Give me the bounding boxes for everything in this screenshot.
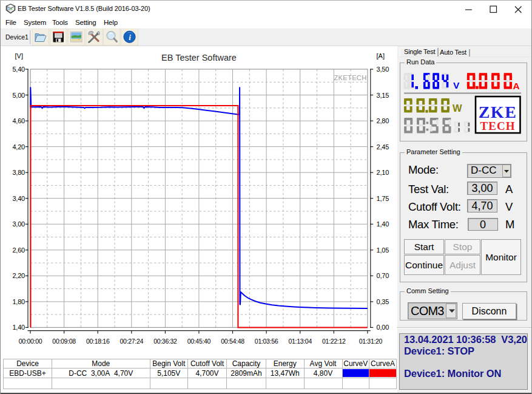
svg-text:00:00:00: 00:00:00 [19,338,42,345]
svg-text:2,20: 2,20 [12,272,25,279]
svg-text:2,80: 2,80 [377,117,389,124]
svg-text:5,40: 5,40 [12,66,25,73]
svg-text:1,40: 1,40 [12,324,25,331]
svg-text:3,40: 3,40 [12,195,25,202]
svg-text:1,40: 1,40 [377,220,389,228]
svg-text:0,00: 0,00 [377,324,389,331]
svg-text:00:18:16: 00:18:16 [86,338,110,345]
svg-text:1,05: 1,05 [377,246,389,254]
svg-text:EB Tester Software: EB Tester Software [161,53,237,63]
svg-text:3,80: 3,80 [12,169,25,176]
svg-text:[A]: [A] [377,52,385,59]
svg-text:TECH: TECH [480,120,516,132]
svg-text:3,15: 3,15 [377,92,389,99]
svg-text:3,00: 3,00 [12,220,25,228]
svg-text:4,20: 4,20 [12,143,25,151]
svg-text:01:31:20: 01:31:20 [359,338,383,345]
svg-text:2,10: 2,10 [377,169,389,176]
svg-text:i: i [129,33,131,42]
svg-text:01:22:12: 01:22:12 [322,338,346,345]
svg-text:01:03:56: 01:03:56 [255,338,278,345]
svg-text:00:27:24: 00:27:24 [120,338,144,345]
svg-text:ZKETECH: ZKETECH [334,74,366,81]
svg-text:0,35: 0,35 [377,298,389,305]
svg-text:3,50: 3,50 [377,66,389,73]
svg-text:0,70: 0,70 [377,272,389,279]
svg-text:00:36:32: 00:36:32 [153,338,177,345]
svg-text:2,60: 2,60 [12,246,25,254]
svg-text:4,60: 4,60 [12,117,25,124]
svg-text:00:45:40: 00:45:40 [187,338,211,345]
svg-text:01:13:04: 01:13:04 [288,338,312,345]
svg-text:ZKE: ZKE [479,103,517,121]
svg-text:2,45: 2,45 [377,143,389,151]
svg-text:[V]: [V] [15,52,23,59]
svg-text:1,80: 1,80 [12,298,25,305]
svg-text:5,00: 5,00 [12,92,25,99]
svg-text:00:54:48: 00:54:48 [221,338,244,345]
svg-text:00:09:08: 00:09:08 [52,338,76,345]
svg-text:A: A [513,81,520,91]
svg-text:W: W [453,103,462,114]
svg-text:V: V [453,80,460,90]
svg-text:1,75: 1,75 [377,195,389,202]
